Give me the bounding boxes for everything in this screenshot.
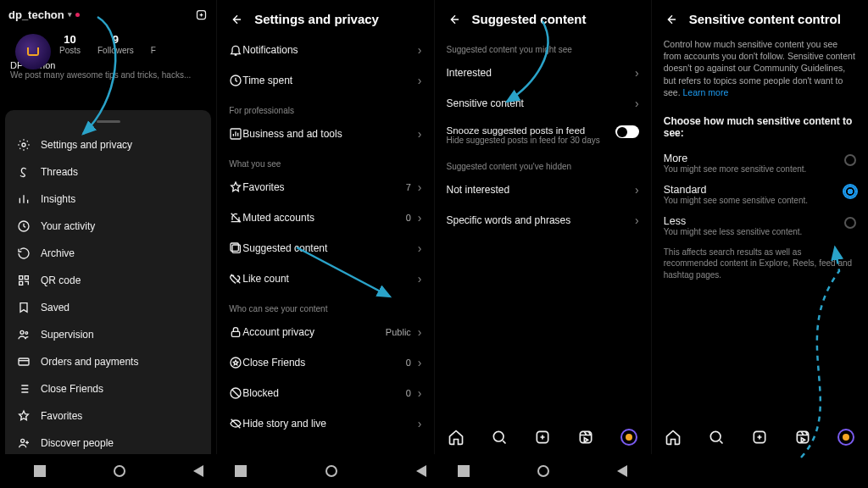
overview-key[interactable] (235, 465, 247, 477)
profile-menu-sheet: Settings and privacy Threads Insights Yo… (5, 110, 211, 454)
header-suggested: Suggested content (435, 0, 651, 35)
menu-archive[interactable]: Archive (5, 240, 211, 267)
stat-posts[interactable]: 10Posts (59, 33, 81, 55)
home-key[interactable] (537, 465, 549, 477)
photos-icon (229, 241, 242, 255)
home-icon[interactable] (448, 429, 465, 446)
add-icon[interactable] (534, 429, 551, 446)
search-icon[interactable] (708, 429, 725, 446)
row-hidestory[interactable]: Hide story and live› (217, 408, 433, 439)
svg-point-20 (711, 431, 721, 441)
bio: We post many awesome tips and tricks, ha… (0, 70, 216, 80)
heart-off-icon (229, 272, 242, 286)
lock-icon (229, 325, 242, 339)
home-key[interactable] (326, 465, 337, 477)
reels-icon[interactable] (577, 429, 594, 446)
row-muted[interactable]: Muted accounts0› (217, 202, 433, 233)
section-hidden: Suggested content you've hidden (435, 152, 651, 175)
section-whatyousee: What you see (217, 149, 433, 172)
profile-tab[interactable] (837, 429, 854, 446)
row-timespent[interactable]: Time spent› (217, 65, 433, 96)
menu-qr[interactable]: QR code (5, 267, 211, 294)
opt-more[interactable]: MoreYou might see more sensitive content… (652, 144, 868, 175)
svg-point-9 (21, 439, 25, 442)
title: Sensitive content control (689, 12, 841, 26)
profile-header[interactable]: dp_techon ▾ (0, 0, 216, 21)
star-icon (229, 180, 242, 194)
back-icon[interactable] (229, 13, 242, 26)
row-business[interactable]: Business and ad tools› (217, 119, 433, 149)
svg-point-17 (493, 431, 504, 441)
menu-supervision[interactable]: Supervision (5, 321, 211, 348)
stat-following[interactable]: F (151, 33, 156, 55)
people-icon (17, 328, 31, 341)
star-icon (17, 409, 31, 423)
sheet-handle[interactable] (97, 120, 120, 123)
overview-key[interactable] (458, 465, 470, 477)
search-icon[interactable] (491, 429, 508, 446)
svg-point-6 (20, 330, 24, 334)
menu-orders[interactable]: Orders and payments (5, 348, 211, 375)
reels-icon[interactable] (794, 429, 811, 446)
stat-followers[interactable]: 9Followers (97, 33, 134, 55)
svg-rect-8 (19, 358, 29, 365)
home-key[interactable] (114, 465, 125, 477)
row-suggested[interactable]: Suggested content› (217, 233, 433, 263)
svg-rect-14 (232, 331, 240, 336)
bell-icon (229, 43, 242, 57)
clock-icon (17, 219, 31, 233)
title: Settings and privacy (254, 12, 379, 26)
radio-icon (844, 217, 856, 229)
opt-standard[interactable]: StandardYou might see some sensitive con… (652, 175, 868, 207)
menu-closefriends[interactable]: Close Friends (5, 375, 211, 402)
menu-favorites[interactable]: Favorites (5, 402, 211, 430)
row-notifications[interactable]: Notifications› (217, 35, 433, 65)
card-icon (17, 355, 31, 369)
block-icon (229, 386, 242, 400)
row-favorites[interactable]: Favorites7› (217, 172, 433, 202)
back-icon[interactable] (664, 13, 677, 26)
archive-icon (17, 247, 31, 260)
list-icon (17, 382, 31, 396)
bookmark-icon (17, 301, 31, 314)
section-whocansee: Who can see your content (217, 294, 433, 317)
row-swp[interactable]: Specific words and phrases› (435, 205, 651, 236)
menu-insights[interactable]: Insights (5, 186, 211, 213)
svg-rect-5 (19, 281, 23, 285)
eye-off-icon (229, 417, 242, 430)
learn-more-link[interactable]: Learn more (683, 87, 729, 97)
menu-settings-privacy[interactable]: Settings and privacy (5, 131, 211, 158)
description: Control how much sensitive content you s… (652, 35, 868, 107)
dot-badge (75, 13, 80, 17)
tabbar (652, 420, 868, 454)
overview-key[interactable] (34, 465, 46, 477)
row-sensitive[interactable]: Sensitive content› (435, 88, 651, 119)
row-blocked[interactable]: Blocked0› (217, 378, 433, 408)
tabbar (435, 420, 651, 454)
row-likecount[interactable]: Like count› (217, 263, 433, 294)
row-notinterested[interactable]: Not interested› (435, 175, 651, 205)
svg-point-7 (25, 332, 28, 335)
menu-activity[interactable]: Your activity (5, 213, 211, 240)
profile-tab[interactable] (620, 429, 637, 446)
chevron-right-icon: › (418, 43, 422, 57)
menu-saved[interactable]: Saved (5, 294, 211, 321)
menu-discover[interactable]: Discover people (5, 430, 211, 454)
footnote: This affects search results as well as r… (652, 238, 868, 288)
svg-point-1 (22, 143, 25, 147)
username: dp_techon (8, 8, 64, 21)
avatar[interactable] (15, 34, 51, 69)
radio-selected-icon (844, 186, 856, 197)
snooze-toggle[interactable] (615, 125, 639, 138)
opt-less[interactable]: LessYou might see less sensitive content… (652, 207, 868, 238)
row-privacy[interactable]: Account privacyPublic› (217, 317, 433, 347)
home-icon[interactable] (665, 429, 682, 446)
row-snooze[interactable]: Snooze suggested posts in feedHide sugge… (435, 119, 651, 152)
back-key[interactable] (617, 465, 627, 477)
row-closefriends2[interactable]: Close Friends0› (217, 347, 433, 378)
add-icon[interactable] (751, 429, 768, 446)
row-interested[interactable]: Interested› (435, 58, 651, 88)
menu-threads[interactable]: Threads (5, 158, 211, 186)
add-icon[interactable] (194, 8, 208, 21)
back-icon[interactable] (447, 13, 460, 26)
